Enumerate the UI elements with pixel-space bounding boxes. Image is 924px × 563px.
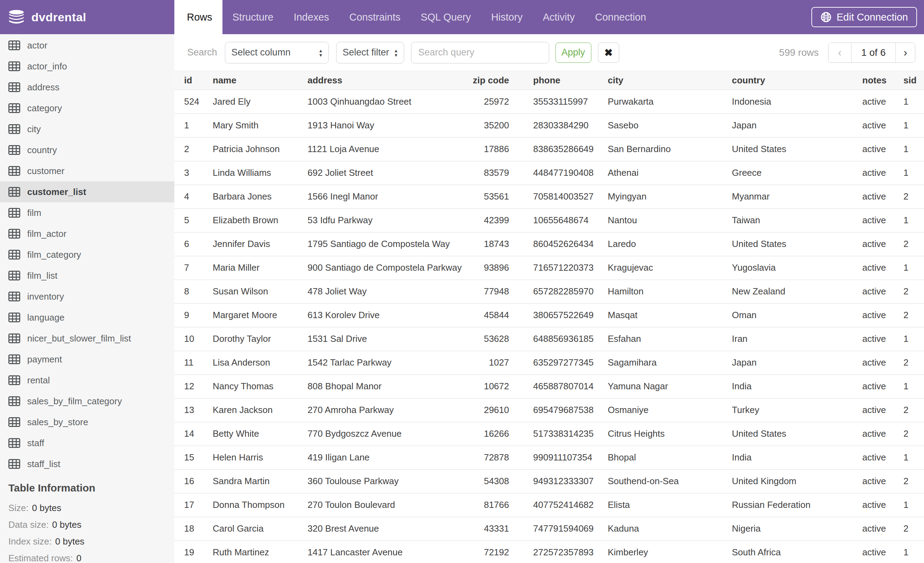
cell-id[interactable]: 11 [174, 351, 213, 375]
cell-sid[interactable]: 2 [903, 351, 924, 375]
cell-id[interactable]: 524 [174, 90, 213, 114]
cell-name[interactable]: Sandra Martin [213, 470, 308, 493]
cell-city[interactable]: San Bernardino [608, 137, 732, 161]
cell-country[interactable]: United States [732, 232, 862, 256]
tab-indexes[interactable]: Indexes [284, 0, 339, 34]
cell-zip-code[interactable]: 43331 [463, 517, 509, 540]
cell-name[interactable]: Helen Harris [213, 446, 308, 470]
sidebar-item-payment[interactable]: payment [0, 349, 174, 370]
cell-notes[interactable]: active [862, 517, 903, 540]
tab-sql-query[interactable]: SQL Query [410, 0, 481, 34]
column-header-city[interactable]: city [608, 71, 732, 90]
cell-sid[interactable]: 2 [903, 398, 924, 422]
previous-page-button[interactable]: ‹ [828, 43, 852, 62]
cell-city[interactable]: Hamilton [608, 280, 732, 303]
cell-sid[interactable]: 1 [903, 327, 924, 351]
cell-phone[interactable]: 657282285970 [509, 280, 608, 303]
cell-phone[interactable]: 10655648674 [509, 209, 608, 232]
cell-id[interactable]: 5 [174, 209, 213, 232]
cell-id[interactable]: 6 [174, 232, 213, 256]
cell-zip-code[interactable]: 45844 [463, 303, 509, 327]
cell-address[interactable]: 419 Iligan Lane [308, 446, 463, 470]
cell-zip-code[interactable]: 54308 [463, 470, 509, 493]
cell-country[interactable]: Iran [732, 327, 862, 351]
cell-notes[interactable]: active [862, 422, 903, 446]
cell-phone[interactable]: 448477190408 [509, 161, 608, 185]
cell-notes[interactable]: active [862, 303, 903, 327]
cell-phone[interactable]: 407752414682 [509, 493, 608, 517]
cell-notes[interactable]: active [862, 493, 903, 517]
cell-address[interactable]: 53 Idfu Parkway [308, 209, 463, 232]
sidebar-item-film[interactable]: film [0, 202, 174, 223]
cell-address[interactable]: 270 Amroha Parkway [308, 398, 463, 422]
cell-phone[interactable]: 380657522649 [509, 303, 608, 327]
sidebar-item-sales-by-film-category[interactable]: sales_by_film_category [0, 391, 174, 411]
cell-sid[interactable]: 1 [903, 256, 924, 280]
cell-id[interactable]: 7 [174, 256, 213, 280]
cell-zip-code[interactable]: 16266 [463, 422, 509, 446]
column-header-name[interactable]: name [213, 71, 308, 90]
cell-city[interactable]: Elista [608, 493, 732, 517]
sidebar-item-customer-list[interactable]: customer_list [0, 182, 174, 202]
cell-id[interactable]: 18 [174, 517, 213, 540]
cell-id[interactable]: 19 [174, 540, 213, 563]
sidebar-item-inventory[interactable]: inventory [0, 286, 174, 307]
cell-country[interactable]: Indonesia [732, 90, 862, 114]
cell-name[interactable]: Lisa Anderson [213, 351, 308, 375]
cell-notes[interactable]: active [862, 280, 903, 303]
cell-zip-code[interactable]: 72192 [463, 540, 509, 563]
sidebar-item-country[interactable]: country [0, 140, 174, 161]
cell-name[interactable]: Linda Williams [213, 161, 308, 185]
cell-notes[interactable]: active [862, 470, 903, 493]
cell-city[interactable]: Athenai [608, 161, 732, 185]
cell-id[interactable]: 1 [174, 114, 213, 137]
cell-sid[interactable]: 1 [903, 209, 924, 232]
cell-phone[interactable]: 648856936185 [509, 327, 608, 351]
cell-sid[interactable]: 1 [903, 493, 924, 517]
cell-id[interactable]: 8 [174, 280, 213, 303]
tab-activity[interactable]: Activity [533, 0, 585, 34]
cell-name[interactable]: Elizabeth Brown [213, 209, 308, 232]
cell-sid[interactable]: 2 [903, 422, 924, 446]
cell-sid[interactable]: 1 [903, 446, 924, 470]
column-header-sid[interactable]: sid [903, 71, 924, 90]
column-header-notes[interactable]: notes [862, 71, 903, 90]
cell-notes[interactable]: active [862, 90, 903, 114]
cell-address[interactable]: 478 Joliet Way [308, 280, 463, 303]
cell-notes[interactable]: active [862, 114, 903, 137]
cell-id[interactable]: 16 [174, 470, 213, 493]
cell-zip-code[interactable]: 53628 [463, 327, 509, 351]
cell-notes[interactable]: active [862, 137, 903, 161]
cell-sid[interactable]: 2 [903, 185, 924, 209]
cell-country[interactable]: South Africa [732, 540, 862, 563]
cell-notes[interactable]: active [862, 209, 903, 232]
cell-phone[interactable]: 635297277345 [509, 351, 608, 375]
cell-id[interactable]: 3 [174, 161, 213, 185]
cell-notes[interactable]: active [862, 375, 903, 398]
tab-connection[interactable]: Connection [585, 0, 657, 34]
cell-country[interactable]: Greece [732, 161, 862, 185]
cell-name[interactable]: Betty White [213, 422, 308, 446]
cell-zip-code[interactable]: 53561 [463, 185, 509, 209]
cell-phone[interactable]: 990911107354 [509, 446, 608, 470]
sidebar-item-film-list[interactable]: film_list [0, 265, 174, 286]
cell-name[interactable]: Dorothy Taylor [213, 327, 308, 351]
cell-country[interactable]: Russian Federation [732, 493, 862, 517]
filter-select[interactable]: Select filter ▴▾ [336, 42, 404, 63]
cell-address[interactable]: 900 Santiago de Compostela Parkway [308, 256, 463, 280]
cell-phone[interactable]: 465887807014 [509, 375, 608, 398]
cell-sid[interactable]: 2 [903, 303, 924, 327]
cell-sid[interactable]: 2 [903, 470, 924, 493]
cell-city[interactable]: Kragujevac [608, 256, 732, 280]
cell-zip-code[interactable]: 25972 [463, 90, 509, 114]
cell-zip-code[interactable]: 1027 [463, 351, 509, 375]
sidebar-item-address[interactable]: address [0, 77, 174, 98]
cell-zip-code[interactable]: 42399 [463, 209, 509, 232]
cell-name[interactable]: Ruth Martinez [213, 540, 308, 563]
cell-notes[interactable]: active [862, 351, 903, 375]
cell-address[interactable]: 1531 Sal Drive [308, 327, 463, 351]
cell-zip-code[interactable]: 29610 [463, 398, 509, 422]
cell-name[interactable]: Donna Thompson [213, 493, 308, 517]
cell-sid[interactable]: 1 [903, 137, 924, 161]
cell-city[interactable]: Esfahan [608, 327, 732, 351]
